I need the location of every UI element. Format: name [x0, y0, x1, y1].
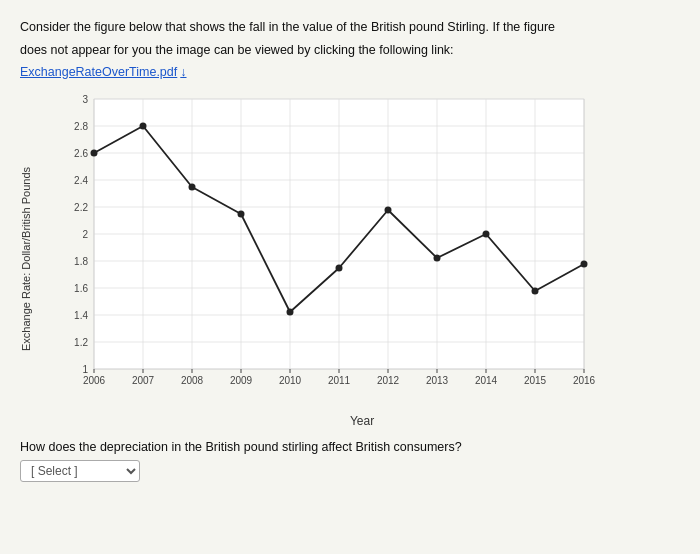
data-point-2007 — [140, 122, 147, 129]
svg-text:1.8: 1.8 — [74, 256, 88, 267]
pdf-link-icon: ↓ — [180, 65, 186, 79]
chart-area: Exchange Rate: Dollar/British Pounds — [20, 89, 680, 428]
select-wrapper: [ Select ] Option A Option B Option C — [20, 460, 680, 482]
svg-text:2014: 2014 — [475, 375, 498, 386]
data-point-2013 — [434, 254, 441, 261]
svg-text:1: 1 — [82, 364, 88, 375]
chart-container: 3 2.8 2.6 2.4 2.2 2 1.8 1.6 1.4 1.2 1 20… — [44, 89, 680, 428]
question-section: How does the depreciation in the British… — [20, 440, 680, 482]
svg-text:2012: 2012 — [377, 375, 400, 386]
svg-text:2.6: 2.6 — [74, 148, 88, 159]
data-point-2006 — [91, 149, 98, 156]
svg-text:2008: 2008 — [181, 375, 204, 386]
svg-text:2011: 2011 — [328, 375, 351, 386]
svg-text:2009: 2009 — [230, 375, 253, 386]
data-point-2010 — [287, 308, 294, 315]
svg-text:2.8: 2.8 — [74, 121, 88, 132]
data-point-2011 — [336, 264, 343, 271]
intro-line2: does not appear for you the image can be… — [20, 41, 680, 60]
svg-text:1.4: 1.4 — [74, 310, 88, 321]
svg-text:1.6: 1.6 — [74, 283, 88, 294]
x-axis-label: Year — [44, 414, 680, 428]
svg-text:2007: 2007 — [132, 375, 155, 386]
question-text: How does the depreciation in the British… — [20, 440, 680, 454]
data-point-2016 — [581, 260, 588, 267]
pdf-link[interactable]: ExchangeRateOverTime.pdf ↓ — [20, 65, 187, 79]
data-point-2012 — [385, 206, 392, 213]
svg-text:2: 2 — [82, 229, 88, 240]
data-point-2014 — [483, 230, 490, 237]
svg-text:3: 3 — [82, 94, 88, 105]
svg-text:2013: 2013 — [426, 375, 449, 386]
chart-svg: 3 2.8 2.6 2.4 2.2 2 1.8 1.6 1.4 1.2 1 20… — [44, 89, 604, 409]
svg-text:1.2: 1.2 — [74, 337, 88, 348]
data-point-2015 — [532, 287, 539, 294]
data-point-2008 — [189, 183, 196, 190]
intro-line1: Consider the figure below that shows the… — [20, 18, 680, 37]
svg-text:2010: 2010 — [279, 375, 302, 386]
svg-text:2.4: 2.4 — [74, 175, 88, 186]
answer-select[interactable]: [ Select ] Option A Option B Option C — [20, 460, 140, 482]
svg-text:2016: 2016 — [573, 375, 596, 386]
data-point-2009 — [238, 210, 245, 217]
svg-text:2006: 2006 — [83, 375, 106, 386]
y-axis-label: Exchange Rate: Dollar/British Pounds — [20, 89, 40, 428]
pdf-link-text: ExchangeRateOverTime.pdf — [20, 65, 177, 79]
chart-svg-wrap: 3 2.8 2.6 2.4 2.2 2 1.8 1.6 1.4 1.2 1 20… — [44, 89, 680, 412]
svg-text:2.2: 2.2 — [74, 202, 88, 213]
svg-text:2015: 2015 — [524, 375, 547, 386]
